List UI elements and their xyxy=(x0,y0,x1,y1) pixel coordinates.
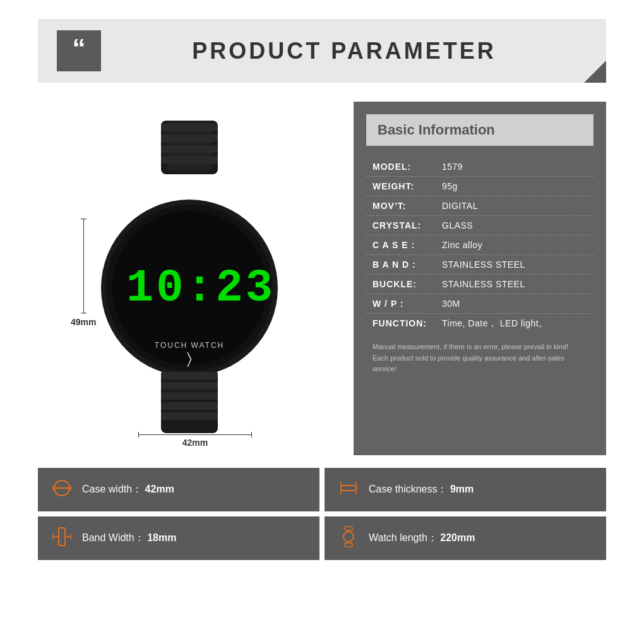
bottom-stats: Case width： 42mm Case thickness： 9mm Ban… xyxy=(38,468,606,560)
spec-key: W / P : xyxy=(373,299,442,309)
spec-row: CRYSTAL: GLASS xyxy=(366,216,593,236)
spec-value: STAINLESS STEEL xyxy=(442,279,525,289)
stat-label: Watch length： 220mm xyxy=(369,532,475,545)
svg-rect-4 xyxy=(161,145,218,153)
spec-rows: MODEL: 1579 WEIGHT: 95g MOV’T: DIGITAL C… xyxy=(366,157,593,334)
spec-key: B A N D : xyxy=(373,259,442,270)
svg-point-30 xyxy=(343,532,354,542)
header-section: “ PRODUCT PARAMETER xyxy=(38,19,606,83)
quote-icon: “ xyxy=(73,35,86,62)
watch-svg: 10:23 TOUCH WATCH 〉 xyxy=(95,114,284,443)
spec-row: C A S E : Zinc alloy xyxy=(366,236,593,255)
stat-label: Case width： 42mm xyxy=(82,483,174,496)
basic-info-header: Basic Information xyxy=(366,114,593,146)
basic-info-title: Basic Information xyxy=(378,122,582,138)
spec-key: CRYSTAL: xyxy=(373,220,442,230)
stat-box: Band Width： 18mm xyxy=(38,516,319,560)
svg-rect-16 xyxy=(161,402,218,410)
spec-row: BUCKLE: STAINLESS STEEL xyxy=(366,275,593,294)
spec-value: DIGITAL xyxy=(442,201,478,211)
spec-row: MODEL: 1579 xyxy=(366,157,593,177)
svg-rect-32 xyxy=(345,543,352,547)
stat-box: Case thickness： 9mm xyxy=(325,468,606,511)
svg-rect-14 xyxy=(161,382,218,390)
spec-key: BUCKLE: xyxy=(373,279,442,289)
spec-key: MODEL: xyxy=(373,162,442,172)
stat-value: 18mm xyxy=(145,532,177,543)
svg-rect-17 xyxy=(161,412,218,420)
spec-value: 95g xyxy=(442,181,458,191)
spec-value: Zinc alloy xyxy=(442,240,482,250)
page-title: PRODUCT PARAMETER xyxy=(101,38,587,64)
svg-rect-2 xyxy=(161,124,218,131)
svg-rect-31 xyxy=(345,527,352,530)
watch-image-container: 10:23 TOUCH WATCH 〉 xyxy=(82,102,297,455)
stat-label: Band Width： 18mm xyxy=(82,532,176,545)
corner-decoration xyxy=(584,61,606,83)
svg-rect-13 xyxy=(161,372,218,379)
watch-section: 49mm 10:23 TOUCH xyxy=(38,102,341,455)
spec-value: 1579 xyxy=(442,162,463,172)
spec-row: B A N D : STAINLESS STEEL xyxy=(366,255,593,275)
spec-key: C A S E : xyxy=(373,240,442,250)
stat-box: Case width： 42mm xyxy=(38,468,319,511)
watch-width-icon xyxy=(51,477,73,503)
svg-rect-5 xyxy=(161,156,218,164)
stat-box: Watch length： 220mm xyxy=(325,516,606,560)
width-dimension: 42mm xyxy=(182,438,208,448)
spec-value: 30M xyxy=(442,299,460,309)
spec-key: MOV’T: xyxy=(373,201,442,211)
specs-note: Manual measurement, if there is an error… xyxy=(366,342,593,375)
stat-value: 9mm xyxy=(448,484,474,494)
main-content: 49mm 10:23 TOUCH xyxy=(38,102,606,455)
spec-row: WEIGHT: 95g xyxy=(366,177,593,196)
svg-text:〉: 〉 xyxy=(187,350,192,367)
watch-thickness-icon xyxy=(337,477,360,503)
spec-key: FUNCTION: xyxy=(373,318,442,328)
watch-length-icon xyxy=(337,525,360,551)
svg-rect-22 xyxy=(341,486,356,491)
spec-row: MOV’T: DIGITAL xyxy=(366,196,593,216)
stat-label: Case thickness： 9mm xyxy=(369,483,474,496)
svg-rect-15 xyxy=(161,392,218,400)
spec-value: STAINLESS STEEL xyxy=(442,259,525,270)
spec-row: FUNCTION: Time, Date， LED light。 xyxy=(366,314,593,334)
stat-value: 220mm xyxy=(438,532,475,543)
quote-box: “ xyxy=(57,30,101,71)
svg-text:TOUCH WATCH: TOUCH WATCH xyxy=(155,341,224,350)
spec-value: GLASS xyxy=(442,220,473,230)
spec-key: WEIGHT: xyxy=(373,181,442,191)
spec-row: W / P : 30M xyxy=(366,294,593,314)
band-width-icon xyxy=(51,525,73,551)
svg-rect-25 xyxy=(59,528,65,546)
svg-text:10:23: 10:23 xyxy=(126,263,275,314)
spec-value: Time, Date， LED light。 xyxy=(442,318,548,330)
stat-value: 42mm xyxy=(142,484,174,494)
specs-panel: Basic Information MODEL: 1579 WEIGHT: 95… xyxy=(354,102,606,455)
svg-rect-3 xyxy=(161,134,218,142)
